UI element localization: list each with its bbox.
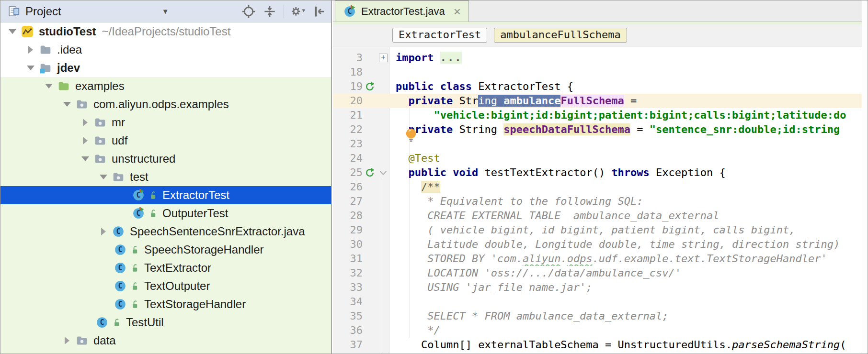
- tree-item-unstructured[interactable]: unstructured: [0, 150, 331, 168]
- code-line-24[interactable]: 24 @Test: [333, 151, 862, 166]
- expand-arrow-icon[interactable]: [79, 137, 91, 144]
- line-number: 33: [333, 280, 363, 295]
- tab-extractortest-java[interactable]: C ExtractorTest.java ×: [335, 0, 469, 22]
- gear-settings-icon[interactable]: ▾: [291, 4, 305, 19]
- collapse-arrow-icon[interactable]: [97, 175, 110, 179]
- code-line-32[interactable]: 32 LOCATION 'oss://.../data/ambulance_cs…: [333, 266, 862, 280]
- code-text: private String speechDataFullSchema = "s…: [389, 122, 862, 137]
- svg-text:C: C: [136, 209, 140, 218]
- package-folder-icon: [93, 116, 107, 129]
- fold-expand-icon[interactable]: +: [379, 54, 388, 62]
- tree-item-label: TextExtractor: [144, 261, 211, 275]
- intention-bulb-icon[interactable]: [405, 128, 417, 144]
- expand-arrow-icon[interactable]: [79, 119, 91, 126]
- breadcrumb-chip-ambulancefullschema[interactable]: ambulanceFullSchema: [494, 28, 627, 43]
- close-icon[interactable]: ×: [454, 7, 461, 16]
- tree-item-outputertest[interactable]: COutputerTest: [0, 204, 331, 222]
- tree-item-studiotest[interactable]: studioTest~/IdeaProjects/studioTest: [0, 22, 331, 41]
- hide-panel-icon[interactable]: [312, 4, 326, 19]
- line-number: 36: [333, 323, 363, 338]
- fold-column: [377, 94, 389, 108]
- tree-item-jdev[interactable]: jdev: [0, 59, 331, 77]
- svg-text:C: C: [118, 282, 122, 290]
- collapse-arrow-icon[interactable]: [6, 29, 19, 34]
- code-line-30[interactable]: 30 Latitude double, Longitude double, ti…: [333, 237, 862, 252]
- tree-item-test[interactable]: test: [0, 168, 331, 186]
- collapse-arrow-icon[interactable]: [61, 102, 73, 107]
- expand-arrow-icon[interactable]: [24, 46, 37, 54]
- code-text: SELECT * FROM ambulance_data_external;: [389, 309, 862, 323]
- gutter-spacer: [363, 51, 377, 65]
- collapse-arrow-icon[interactable]: [79, 156, 91, 161]
- line-number: 34: [333, 295, 363, 309]
- tree-item-udf[interactable]: udf: [0, 132, 331, 150]
- tree-item--idea[interactable]: .idea: [0, 41, 331, 59]
- gutter-spacer: [363, 295, 377, 309]
- line-number: 24: [333, 151, 363, 166]
- project-window-icon: [7, 5, 21, 18]
- tree-item-mr[interactable]: mr: [0, 113, 331, 132]
- line-number: 3: [333, 51, 363, 65]
- tree-item-textstoragehandler[interactable]: CTextStorageHandler: [0, 295, 331, 313]
- tree-item-textextractor[interactable]: CTextExtractor: [0, 259, 331, 277]
- fold-column: [377, 180, 389, 194]
- code-line-20[interactable]: 20 private String ambulanceFullSchema =: [333, 94, 862, 108]
- code-line-21[interactable]: 21 "vehicle:bigint;id:bigint;patient:big…: [333, 108, 862, 122]
- code-text: Latitude double, Longitude double, time …: [389, 237, 862, 252]
- tree-item-label: OutputerTest: [162, 207, 228, 220]
- expand-arrow-icon[interactable]: [97, 228, 110, 235]
- collapse-arrow-icon[interactable]: [24, 66, 37, 70]
- project-tool-window: Project ▼ ▾ studioTest~/IdeaProjects/stu…: [0, 0, 332, 354]
- folder-icon: [39, 43, 52, 56]
- line-number: 22: [333, 122, 363, 137]
- tree-item-testutil[interactable]: CTestUtil: [0, 313, 331, 332]
- line-number: 26: [333, 180, 363, 194]
- fold-column: [377, 309, 389, 323]
- line-number: 29: [333, 223, 363, 237]
- breadcrumb-chip-extractortest[interactable]: ExtractorTest: [392, 28, 487, 43]
- line-number: 27: [333, 194, 363, 209]
- svg-text:C: C: [347, 7, 352, 16]
- code-line-34[interactable]: 34: [333, 295, 862, 309]
- code-editor[interactable]: 3+import ...1819public class ExtractorTe…: [333, 47, 862, 354]
- tree-item-extractortest[interactable]: CExtractorTest: [0, 186, 331, 204]
- source-folder-icon: [57, 79, 70, 93]
- class-run-icon: C: [343, 5, 356, 18]
- code-line-31[interactable]: 31 STORED BY 'com.aliyun.odps.udf.exampl…: [333, 252, 862, 266]
- run-gutter-icon[interactable]: [363, 79, 377, 94]
- code-line-27[interactable]: 27 * Equivalent to the following SQL:: [333, 194, 862, 209]
- tree-item-speechstoragehandler[interactable]: CSpeechStorageHandler: [0, 241, 331, 259]
- code-line-18[interactable]: 18: [333, 65, 862, 79]
- tree-item-examples[interactable]: examples: [0, 77, 331, 95]
- code-text: public void testTextExtractor() throws E…: [389, 166, 862, 180]
- code-line-28[interactable]: 28 CREATE EXTERNAL TABLE ambulance_data_…: [333, 209, 862, 223]
- collapse-all-icon[interactable]: [263, 4, 277, 19]
- code-line-19[interactable]: 19public class ExtractorTest {: [333, 79, 862, 94]
- code-line-29[interactable]: 29 ( vehicle bigint, id bigint, patient …: [333, 223, 862, 237]
- collapse-arrow-icon[interactable]: [43, 84, 55, 88]
- run-gutter-icon[interactable]: [363, 166, 377, 180]
- tree-item-textoutputer[interactable]: CTextOutputer: [0, 277, 331, 295]
- editor-scrollbar[interactable]: [862, 0, 868, 354]
- tree-item-data[interactable]: data: [0, 332, 331, 350]
- code-line-25[interactable]: 25 public void testTextExtractor() throw…: [333, 166, 862, 180]
- code-text: [389, 295, 862, 309]
- code-text: * Equivalent to the following SQL:: [389, 194, 862, 209]
- locate-target-icon[interactable]: [241, 4, 256, 19]
- module-folder-icon: [39, 61, 52, 75]
- fold-column: [377, 108, 389, 122]
- code-line-37[interactable]: 37 Column[] externalTableSchema = Unstru…: [333, 338, 862, 352]
- expand-arrow-icon[interactable]: [61, 337, 73, 344]
- fold-collapse-icon[interactable]: [377, 166, 389, 180]
- project-view-dropdown-caret-icon[interactable]: ▼: [162, 7, 169, 15]
- code-line-26[interactable]: 26 /**: [333, 180, 862, 194]
- code-line-3[interactable]: 3+import ...: [333, 51, 862, 65]
- code-line-36[interactable]: 36 */: [333, 323, 862, 338]
- code-line-35[interactable]: 35 SELECT * FROM ambulance_data_external…: [333, 309, 862, 323]
- tree-item-label: TestUtil: [126, 316, 164, 329]
- code-line-33[interactable]: 33 USING 'jar_file_name.jar';: [333, 280, 862, 295]
- tree-item-speechsentencesnrextractor-java[interactable]: CSpeechSentenceSnrExtractor.java: [0, 222, 331, 241]
- tree-item-com-aliyun-odps-examples[interactable]: com.aliyun.odps.examples: [0, 95, 331, 113]
- fold-column: [377, 295, 389, 309]
- tree-item-label: unstructured: [112, 152, 175, 166]
